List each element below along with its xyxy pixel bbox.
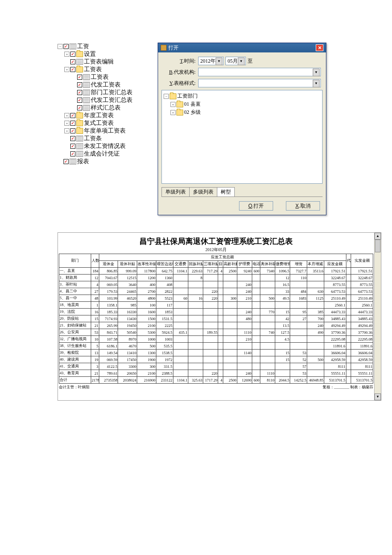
tree-item[interactable]: ✓代发工资表	[71, 81, 153, 89]
folder-icon	[76, 128, 83, 134]
expand-icon[interactable]: +	[170, 102, 176, 107]
table-row: 4、昌二中27179.53244652700282222024033484630…	[59, 288, 373, 295]
file-icon	[83, 82, 90, 88]
tree-item[interactable]: ✓报表	[58, 158, 153, 165]
style-label: Y.表格样式:	[161, 80, 196, 87]
month-dropdown[interactable]: 05月	[225, 57, 246, 65]
expand-icon[interactable]: +	[64, 113, 69, 118]
time-label: TT.时间:.时间:	[161, 58, 196, 65]
checkbox-icon[interactable]: ✓	[70, 128, 75, 133]
open-dialog: 打开 ✕ TT.时间:.时间: 2012年 05月 至 B.代发机构: Y.表格…	[158, 43, 326, 215]
scroll-thumb[interactable]	[375, 240, 380, 252]
expand-icon[interactable]: +	[64, 121, 69, 126]
checkbox-icon[interactable]: ✓	[77, 82, 82, 87]
report-panel: 昌宁县社保局离退休工资管理系统工资汇总表 2012年05月 部门人数应发工资总额…	[58, 232, 381, 401]
folder-icon	[76, 113, 83, 119]
tab-tree[interactable]: 树型	[217, 187, 235, 197]
tab-multi[interactable]: 多级列表	[189, 187, 217, 197]
tree-item[interactable]: +✓年度工资表	[64, 112, 153, 119]
expand-icon[interactable]: +	[64, 52, 69, 57]
bank-dropdown[interactable]	[198, 68, 321, 76]
folder-icon	[170, 93, 176, 99]
file-icon	[76, 136, 83, 142]
open-button[interactable]: O.打开	[239, 201, 273, 211]
collapse-icon[interactable]: −	[164, 94, 169, 99]
folder-icon	[176, 110, 183, 116]
close-icon[interactable]: ✕	[316, 44, 323, 51]
tree-item[interactable]: ✓工资表	[71, 73, 153, 81]
folder-icon	[76, 66, 83, 72]
checkbox-icon[interactable]: ✓	[63, 159, 69, 164]
tree-item[interactable]: ✓工资条	[64, 135, 153, 142]
report-table: 部门人数应发工资总额代实发金额退休金退休补贴改革性补贴艰苦边远地区补贴交通费回族…	[59, 254, 373, 384]
checkbox-icon[interactable]: ✓	[70, 144, 75, 149]
checkbox-icon[interactable]: ✓	[77, 75, 82, 80]
file-icon	[83, 97, 90, 103]
table-row: 40、建设局19069.591745019001972155250042958.…	[59, 356, 373, 363]
table-row: 20、防疫站157174.931343015001531.54804227700…	[59, 315, 373, 322]
checkbox-icon[interactable]: ✓	[77, 90, 82, 95]
scroll-up-icon[interactable]: ▲	[375, 233, 381, 240]
checkbox-icon[interactable]: ✓	[63, 44, 69, 49]
tree-item[interactable]: ✓代发工资汇总表	[71, 96, 153, 104]
to-label: 至	[248, 58, 253, 65]
expand-icon[interactable]: +	[64, 67, 69, 72]
expand-icon[interactable]: +	[170, 110, 176, 115]
tree-item[interactable]: +✓年度单项工资表	[64, 127, 153, 135]
bank-label: B.代发机构:	[161, 69, 196, 76]
style-dropdown[interactable]	[198, 79, 321, 87]
expand-icon[interactable]: +	[64, 128, 69, 133]
dept-tree[interactable]: − 工资部门 +01 县直+02 乡级	[161, 90, 323, 184]
tree-item[interactable]: +✓复式工资表	[64, 119, 153, 127]
tree-item[interactable]: ✓工资表编辑	[64, 58, 153, 66]
table-row: 43、教育局21789.612065021002388.522024011105…	[59, 370, 373, 377]
table-row: 32、广播电视局10107.588970100010032104.522295.…	[59, 336, 373, 343]
checkbox-icon[interactable]: ✓	[70, 121, 75, 126]
dept-item[interactable]: +02 乡级	[170, 108, 320, 116]
dept-item[interactable]: +01 县直	[170, 100, 320, 108]
year-dropdown[interactable]: 2012年	[198, 57, 224, 65]
checkbox-icon[interactable]: ✓	[70, 151, 75, 156]
tree-item[interactable]: ✓样式汇总表	[71, 104, 153, 112]
checkbox-icon[interactable]: ✓	[70, 113, 75, 118]
table-row: 18、地震局11358.19851001172560.12560.1	[59, 302, 373, 309]
nav-tree: − ✓ 工资 +✓设置✓工资表编辑+✓工资表✓工资表✓代发工资表✓部门工资汇总表…	[58, 43, 153, 215]
tree-root[interactable]: − ✓ 工资	[58, 43, 153, 50]
table-row: 21、妇幼保健站21265.99194502100222513.52404929…	[59, 322, 373, 329]
folder-icon	[176, 101, 183, 107]
tree-root-label: 工资	[77, 43, 89, 50]
report-title: 昌宁县社保局离退休工资管理系统工资汇总表	[59, 236, 373, 246]
folder-icon	[76, 51, 83, 57]
vertical-scrollbar[interactable]: ▲ ▼	[374, 233, 381, 400]
dept-root[interactable]: − 工资部门	[164, 92, 320, 100]
checkbox-icon[interactable]: ✓	[70, 52, 75, 57]
tree-item[interactable]: +✓工资表	[64, 66, 153, 73]
checkbox-icon[interactable]: ✓	[70, 136, 75, 141]
checkbox-icon[interactable]: ✓	[70, 59, 75, 64]
checkbox-icon[interactable]: ✓	[70, 67, 75, 72]
tree-item[interactable]: ✓部门工资汇总表	[71, 89, 153, 96]
table-row: 39、检察院13149.541341013001538.511401553366…	[59, 350, 373, 356]
cancel-button[interactable]: X.取消	[286, 201, 320, 211]
table-row: 合计2178273535820380242169002331221104.132…	[59, 377, 373, 384]
file-icon	[83, 90, 90, 95]
file-icon	[83, 74, 90, 80]
file-icon	[83, 105, 90, 111]
doc-icon	[69, 43, 76, 49]
scroll-down-icon[interactable]: ▼	[375, 393, 381, 400]
checkbox-icon[interactable]: ✓	[77, 105, 82, 110]
table-row: 1、财政局127043.67125151200136081211032248.6…	[59, 275, 373, 281]
tree-item[interactable]: ✓生成会计凭证	[64, 150, 153, 158]
checkbox-icon[interactable]: ✓	[77, 98, 82, 103]
footer-left: 会计主管：叶炳阳	[59, 384, 89, 390]
tab-row: 单级列表 多级列表 树型	[161, 187, 323, 197]
table-row: 41、交通局34122.53300300331.55781118111	[59, 363, 373, 370]
tree-item[interactable]: +✓设置	[64, 50, 153, 58]
dialog-icon	[161, 45, 167, 51]
tab-single[interactable]: 单级列表	[161, 187, 190, 197]
report-date: 2012年05月	[59, 247, 373, 253]
collapse-icon[interactable]: −	[58, 44, 63, 49]
dialog-title: 打开	[168, 44, 179, 52]
table-row: 3、茶叶站4069.05364040040824016.58773.558773…	[59, 281, 373, 288]
tree-item[interactable]: ✓未发工资情况表	[64, 142, 153, 150]
